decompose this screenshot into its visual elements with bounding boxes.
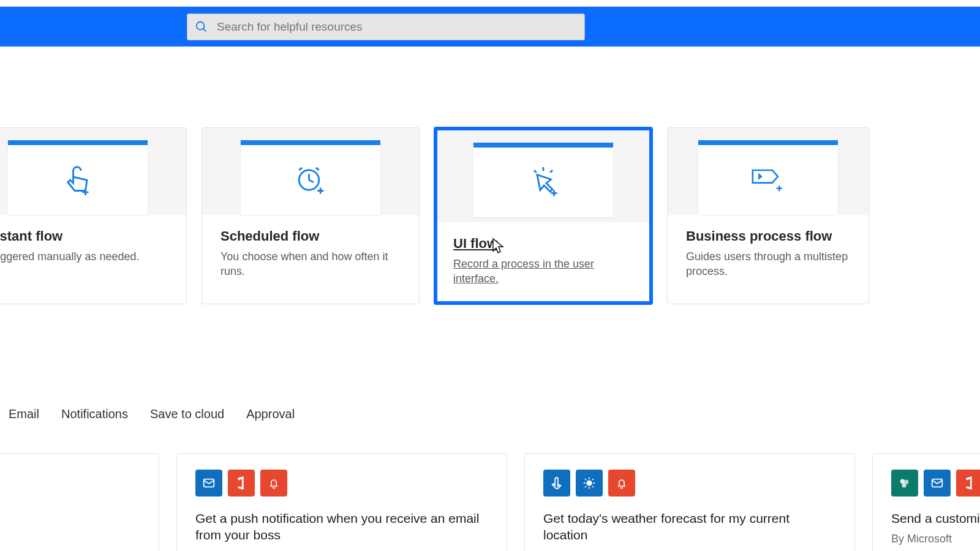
card-title: Instant flow [0, 228, 168, 244]
card-illustration [0, 128, 186, 215]
template-title: hments to OneDrive for [0, 511, 140, 528]
card-desc: You choose when and how often it runs. [221, 249, 401, 279]
flow-type-cards: . Instant flow Triggered manually as nee… [0, 127, 980, 304]
template-icons [891, 470, 980, 497]
card-title: Scheduled flow [221, 228, 401, 244]
svg-point-30 [902, 483, 906, 487]
template-icons [195, 470, 488, 497]
bell-icon [608, 470, 635, 497]
office-icon [228, 470, 255, 497]
tab-notifications[interactable]: Notifications [61, 407, 128, 421]
search-input[interactable] [208, 20, 577, 34]
flow-card-instant[interactable]: Instant flow Triggered manually as neede… [0, 127, 187, 304]
svg-point-28 [900, 479, 905, 483]
tab-approval[interactable]: Approval [246, 407, 295, 421]
template-card[interactable]: hments to OneDrive for [0, 453, 159, 551]
window-top-strip [0, 0, 980, 7]
svg-line-1 [203, 28, 206, 31]
flow-card-bpf[interactable]: Business process flow Guides users throu… [667, 127, 869, 304]
template-tabs: Email Notifications Save to cloud Approv… [9, 407, 980, 421]
page-title: ow [0, 47, 980, 78]
svg-line-26 [585, 486, 586, 487]
flow-card-scheduled[interactable]: Scheduled flow You choose when and how o… [202, 127, 420, 304]
card-desc: Triggered manually as needed. [0, 249, 168, 264]
card-desc: Record a process in the user interface. [453, 257, 633, 287]
tab-save-to-cloud[interactable]: Save to cloud [150, 407, 224, 421]
sharepoint-icon [891, 470, 918, 497]
svg-line-27 [592, 479, 594, 480]
template-card[interactable]: Send a customi By Microsoft [872, 453, 980, 551]
card-desc: Guides users through a multistep process… [686, 249, 850, 279]
search-icon [195, 20, 208, 34]
svg-point-19 [586, 480, 592, 485]
template-title: Get today's weather forecast for my curr… [543, 510, 836, 544]
svg-line-24 [585, 479, 586, 480]
svg-line-8 [309, 180, 314, 182]
process-plus-icon [748, 162, 788, 198]
clock-plus-icon [292, 162, 329, 198]
card-title: UI flow [453, 236, 633, 252]
card-illustration [202, 128, 419, 215]
header-bar [0, 7, 980, 47]
cursor-click-plus-icon [525, 164, 562, 201]
svg-point-0 [197, 21, 205, 29]
tab-email[interactable]: Email [9, 407, 39, 421]
outlook-icon [195, 470, 222, 497]
card-illustration [668, 128, 869, 215]
weather-icon [576, 470, 603, 497]
bell-icon [260, 470, 287, 497]
search-box[interactable] [187, 13, 585, 40]
card-illustration [437, 130, 649, 222]
template-title: Get a push notification when you receive… [195, 510, 488, 544]
tap-plus-icon [59, 162, 96, 198]
svg-line-11 [534, 170, 537, 173]
flow-card-ui[interactable]: UI flow Record a process in the user int… [434, 127, 652, 304]
svg-line-13 [550, 170, 552, 173]
template-card[interactable]: Get a push notification when you receive… [176, 453, 507, 551]
template-title: Send a customi [891, 510, 980, 527]
template-cards: hments to OneDrive for Get a push notifi… [0, 453, 980, 551]
template-card[interactable]: Get today's weather forecast for my curr… [524, 453, 855, 551]
outlook-icon [924, 470, 951, 497]
office-icon [956, 470, 980, 497]
card-title: Business process flow [686, 228, 850, 244]
template-icons [543, 470, 836, 497]
svg-line-25 [592, 486, 594, 487]
template-author: By Microsoft [891, 533, 980, 545]
button-icon [543, 470, 570, 497]
